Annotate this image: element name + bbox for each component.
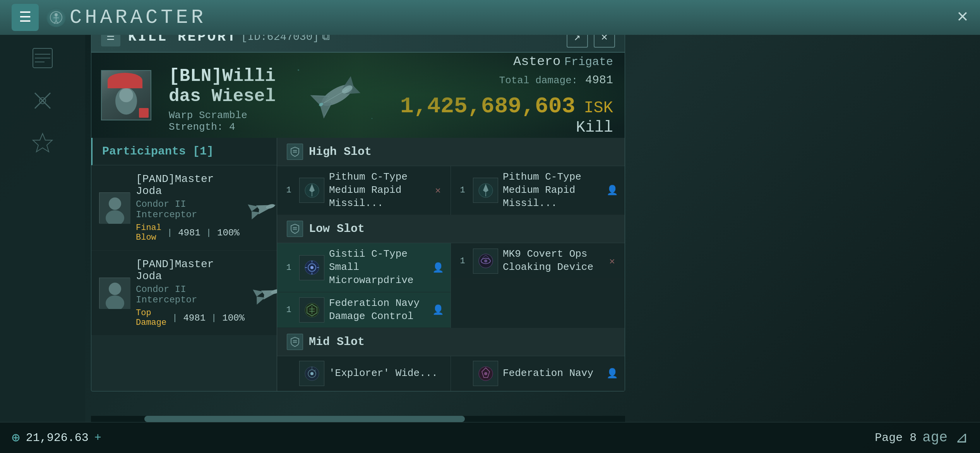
equipment-col-1: 1 Pithum C-Type Medium Rapid Missil... ✕ [277, 166, 451, 215]
svg-point-76 [484, 372, 487, 375]
equip-name-high-1: Pithum C-Type Medium Rapid Missil... [329, 171, 428, 210]
participants-header: Participants [1] [91, 138, 277, 165]
participant-pct-1: 100% [217, 228, 240, 238]
participant-stats-1: Final Blow | 4981 | 100% [136, 223, 240, 242]
participant-stats-2: Top Damage | 4981 | 100% [136, 308, 245, 328]
sidebar-item-combat[interactable] [27, 85, 58, 116]
mwd-icon [302, 258, 322, 277]
participant-ship-1: Condor II Interceptor [136, 199, 240, 220]
low-slot-header: Low Slot [277, 215, 625, 243]
cloak-icon [476, 251, 495, 271]
page-label: Page 8 [875, 431, 917, 444]
equip-icon-mid-2 [473, 361, 498, 386]
sidebar-bio-icon [31, 46, 54, 70]
svg-point-27 [371, 118, 372, 119]
equip-person-low-3[interactable]: 👤 [431, 303, 445, 317]
equip-person-high-2[interactable]: 👤 [605, 184, 619, 197]
scroll-bar[interactable] [144, 416, 465, 422]
top-damage-badge: Top Damage [136, 308, 166, 328]
sidebar-item-medals[interactable] [27, 128, 58, 159]
equip-row-low-3: 1 Federation Navy Damage Co [277, 292, 451, 328]
menu-button[interactable]: ☰ [12, 4, 39, 31]
equip-row-mid-1: 'Explorer' Wide... [277, 356, 451, 391]
svg-point-15 [119, 88, 133, 102]
equip-remove-low-2[interactable]: ✕ [605, 254, 619, 268]
equip-qty-low-1: 1 [283, 263, 295, 273]
mid-slot-icon [287, 334, 303, 350]
svg-point-1 [55, 13, 58, 16]
equip-row-low-1: 1 [277, 243, 451, 292]
separator-2: | [206, 228, 211, 238]
participant-row-2: [PAND]Master Joda Condor II Interceptor … [91, 251, 277, 336]
shield-icon-2 [290, 223, 300, 234]
sidebar-item-bio[interactable] [27, 43, 58, 74]
equip-qty-high-1: 1 [283, 185, 295, 195]
shield-icon [290, 146, 300, 157]
separator-4: | [211, 313, 216, 323]
add-icon[interactable]: + [94, 431, 101, 444]
high-slot-header: High Slot [277, 138, 625, 166]
dmg-ctrl-icon [302, 300, 322, 320]
left-sidebar [0, 35, 85, 453]
equip-row-high-2: 1 Pithum C-Type Medium Rapid Missil... 👤 [451, 166, 625, 215]
high-slot-grid: 1 Pithum C-Type Medium Rapid Missil... ✕ [277, 166, 625, 215]
ship-image [283, 53, 391, 138]
mid-slot-section: Mid Slot [277, 328, 625, 391]
victim-avatar [101, 70, 151, 120]
participant-avatar [99, 192, 130, 223]
svg-point-71 [310, 372, 314, 375]
equip-person-mid-2[interactable]: 👤 [605, 367, 619, 380]
participant-ship-2: Condor II Interceptor [136, 284, 245, 305]
equip-remove-high-1[interactable]: ✕ [431, 184, 445, 197]
kill-report-panel: ☰ KILL REPORT [ID:6247030] ⧉ ↗ ✕ [91, 21, 625, 391]
equip-icon-low-3 [299, 297, 324, 323]
equip-icon-high-1 [299, 178, 324, 203]
participants-panel: Participants [1] [PAND]Master Joda Condo… [91, 138, 277, 391]
participants-title: Participants [1] [102, 145, 214, 158]
filter-icon[interactable]: ⊿ [955, 428, 968, 447]
app-close-button[interactable]: × [957, 7, 968, 29]
low-slot-icon [287, 221, 303, 237]
app-title: CHARACTER [70, 6, 206, 29]
participant-name-2: [PAND]Master Joda [136, 258, 245, 282]
missile-icon-1 [302, 181, 322, 200]
avatar-hat [108, 73, 142, 88]
participant-details-1: [PAND]Master Joda Condor II Interceptor … [136, 173, 240, 242]
equip-icon-low-1 [299, 255, 324, 280]
participant-avatar-2 [99, 278, 130, 309]
vitruvian-icon [50, 11, 63, 24]
separator-3: | [172, 313, 177, 323]
high-slot-title: High Slot [309, 145, 372, 158]
svg-marker-32 [248, 202, 259, 212]
low-slot-section: Low Slot 1 [277, 215, 625, 328]
equipment-col-2: 1 Pithum C-Type Medium Rapid Missil... 👤 [451, 166, 625, 215]
equipment-panel: High Slot 1 [277, 138, 625, 391]
mid-slot-grid: 'Explorer' Wide... [277, 356, 625, 391]
wallet-icon: ⊕ [12, 429, 20, 446]
equip-name-mid-1: 'Explorer' Wide... [329, 367, 445, 380]
equip-qty-low-3: 1 [283, 305, 295, 315]
equip-name-low-1: Gistii C-Type Small Microwarpdrive [329, 248, 428, 287]
equip-row-high-1: 1 Pithum C-Type Medium Rapid Missil... ✕ [277, 166, 451, 215]
separator-1: | [167, 228, 172, 238]
bottom-bar: ⊕ 21,926.63 + Page 8 age ⊿ [0, 422, 980, 453]
age-label: age [922, 430, 947, 446]
sidebar-combat-icon [31, 89, 54, 112]
participant-portrait-2 [99, 278, 130, 309]
high-slot-icon [287, 144, 303, 160]
equip-icon-low-2 [473, 249, 498, 274]
equip-name-mid-2: Federation Navy [503, 367, 602, 380]
top-bar: ☰ CHARACTER × [0, 0, 980, 35]
shield-icon-3 [290, 336, 300, 347]
explorer-icon [302, 364, 322, 383]
final-blow-badge: Final Blow [136, 223, 161, 242]
equip-name-low-2: MK9 Covert Ops Cloaking Device [503, 248, 602, 274]
low-slot-grid: 1 [277, 243, 625, 328]
participant-details-2: [PAND]Master Joda Condor II Interceptor … [136, 258, 245, 328]
svg-point-26 [298, 69, 299, 71]
high-slot-section: High Slot 1 [277, 138, 625, 215]
low-equipment-col-1: 1 [277, 243, 451, 328]
participant-damage-1: 4981 [178, 228, 200, 238]
equip-person-low-1[interactable]: 👤 [431, 261, 445, 275]
equip-name-high-2: Pithum C-Type Medium Rapid Missil... [503, 171, 602, 210]
